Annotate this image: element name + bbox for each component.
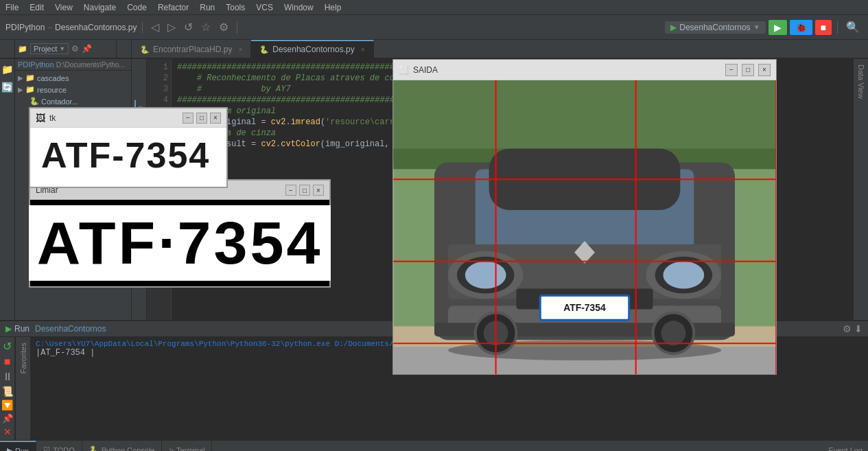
folder-icon-resource: 📁 [25, 85, 35, 94]
project-header: 📁 Project ▼ ⚙ 📌 [15, 40, 117, 58]
menu-item-file[interactable]: File [0, 1, 24, 14]
limiar-plate-image: ATF·7354 [36, 205, 324, 281]
menu-item-tools[interactable]: Tools [220, 1, 250, 14]
main-content: 📁 🔄 PDIPython D:\Documents\Pytho... ▶ 📁 … [0, 59, 868, 320]
run-settings-icon[interactable]: ⚙ [843, 323, 852, 334]
tab-close-2-icon[interactable]: × [361, 46, 365, 54]
bookmark-icon[interactable]: ☆ [198, 19, 213, 35]
run-minimize-icon[interactable]: ⬇ [854, 323, 863, 334]
tab-bar: 📁 Project ▼ ⚙ 📌 🐍 EncontrarPlacaHD.py × … [0, 40, 868, 59]
svg-point-13 [465, 262, 506, 289]
todo-icon: ☑ [43, 446, 50, 451]
stop-button[interactable]: ■ [815, 20, 832, 35]
tab-label-2: DesenhaContornos.py [272, 45, 354, 54]
tk-plate-text: ATF-7354 [41, 135, 215, 176]
saida-window: ⬜ SAIDA − □ × [392, 59, 777, 375]
py-file-icon: 🐍 [30, 97, 39, 106]
filter-button[interactable]: 🔽 [1, 400, 13, 410]
saida-title-bar: ⬜ SAIDA − □ × [393, 60, 776, 80]
debug-button[interactable]: 🐞 [790, 20, 812, 35]
svg-point-16 [663, 262, 704, 289]
forward-icon[interactable]: ▷ [165, 19, 178, 35]
limiar-content: ATF·7354 [30, 200, 329, 286]
menu-item-vcs[interactable]: VCS [250, 1, 279, 14]
menu-item-navigate[interactable]: Navigate [78, 1, 121, 14]
tk-maximize-button[interactable]: □ [196, 113, 207, 124]
py-icon-2: 🐍 [259, 45, 269, 54]
menu-item-code[interactable]: Code [121, 1, 152, 14]
limiar-maximize-button[interactable]: □ [299, 185, 310, 196]
tk-content: ATF-7354 [30, 128, 226, 187]
tk-minimize-button[interactable]: − [183, 113, 193, 124]
project-icon[interactable]: 📁 [0, 62, 15, 77]
tab-encontrar[interactable]: 🐍 EncontrarPlacaHD.py × [132, 40, 251, 58]
run-button[interactable]: ▶ [769, 20, 787, 35]
clear-button[interactable]: ✕ [3, 426, 12, 437]
svg-point-25 [661, 321, 685, 345]
tab-desenha[interactable]: 🐍 DesenhaContornos.py × [251, 40, 373, 58]
arrow-icon: ▶ [18, 74, 23, 82]
tab-label: EncontrarPlacaHD.py [153, 45, 232, 54]
run-pin-button[interactable]: 📌 [2, 413, 13, 424]
folder-icon: 📁 [18, 45, 27, 54]
limiar-minimize-button[interactable]: − [285, 185, 296, 196]
todo-label: TODO [53, 446, 75, 452]
folder-icon-cascades: 📁 [25, 73, 35, 82]
data-view-label[interactable]: Data View [857, 59, 865, 104]
vcs-icon[interactable]: 🔄 [0, 80, 15, 95]
py-icon: 🐍 [140, 45, 150, 54]
bottom-tab-right: Event Log [823, 441, 868, 451]
menu-item-run[interactable]: Run [194, 1, 220, 14]
stop-run-button[interactable]: ■ [4, 356, 11, 368]
app-title: PDIPython [5, 23, 45, 32]
pin-icon[interactable]: 📌 [82, 44, 92, 54]
breadcrumb: PDIPython D:\Documents\Pytho... [15, 59, 131, 71]
saida-title: SAIDA [413, 65, 721, 75]
menu-item-edit[interactable]: Edit [24, 1, 49, 14]
svg-text:ATF-7354: ATF-7354 [563, 302, 606, 313]
search-icon[interactable]: 🔍 [843, 19, 863, 35]
back-icon[interactable]: ◁ [148, 19, 162, 35]
run-indicator-icon: ▶ [5, 324, 12, 334]
bottom-tab-todo[interactable]: ☑ TODO [36, 441, 82, 451]
menu-item-refactor[interactable]: Refactor [152, 1, 194, 14]
menu-item-help[interactable]: Help [319, 1, 347, 14]
tree-item-cascades[interactable]: ▶ 📁 cascades [15, 72, 131, 84]
arrow-icon-2: ▶ [18, 86, 23, 93]
bottom-tab-run[interactable]: ▶ Run [0, 441, 36, 451]
tree-item-contador[interactable]: 🐍 Contador... [15, 95, 131, 107]
menu-item-window[interactable]: Window [279, 1, 319, 14]
terminal-icon: > [169, 446, 173, 452]
project-label: Project [34, 45, 57, 53]
limiar-plate-text: ATF·7354 [29, 205, 331, 281]
event-log-button[interactable]: Event Log [828, 446, 863, 452]
run-config-label: DesenhaContornos [679, 23, 750, 32]
pause-button[interactable]: ⏸ [2, 371, 13, 383]
gear-icon[interactable]: ⚙ [71, 44, 79, 54]
saida-minimize-button[interactable]: − [725, 64, 738, 76]
limiar-close-button[interactable]: × [313, 185, 324, 196]
python-console-label: Python Console [102, 446, 155, 452]
toolbar-sep2 [237, 21, 237, 34]
run-icons: ⚙ ⬇ [843, 323, 863, 334]
tree-label: cascades [37, 74, 69, 82]
tk-close-button[interactable]: × [210, 113, 221, 124]
bottom-tab-python-console[interactable]: 🐍 Python Console [82, 441, 163, 451]
toolbar-sep3 [837, 21, 838, 34]
favorites-label[interactable]: Favorites [19, 337, 27, 379]
saida-content: ATF-7354 [393, 80, 776, 374]
run-config-selector[interactable]: ▶ DesenhaContornos ▼ [665, 21, 765, 34]
saida-window-icon: ⬜ [399, 65, 409, 75]
settings-icon[interactable]: ⚙ [216, 19, 231, 35]
menu-item-view[interactable]: View [49, 1, 78, 14]
saida-maximize-button[interactable]: □ [742, 64, 754, 76]
tab-close-icon[interactable]: × [238, 46, 242, 54]
saida-close-button[interactable]: × [758, 64, 771, 76]
refresh-icon[interactable]: ↺ [181, 19, 196, 35]
rerun-button[interactable]: ↺ [3, 340, 12, 353]
project-dropdown[interactable]: Project ▼ [30, 43, 69, 54]
scroll-button[interactable]: 📜 [1, 386, 13, 397]
tree-item-resource[interactable]: ▶ 📁 resource [15, 84, 131, 95]
tree-label-3: Contador... [41, 97, 78, 106]
bottom-tab-terminal[interactable]: > Terminal [162, 441, 212, 451]
